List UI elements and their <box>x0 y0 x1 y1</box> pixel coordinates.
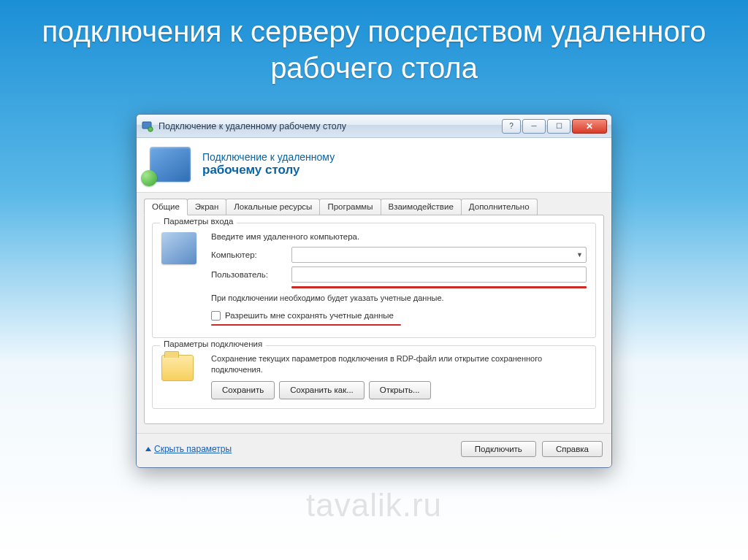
header-line1: Подключение к удаленному <box>202 151 335 163</box>
close-button[interactable]: ✕ <box>572 119 607 134</box>
annotation-underline-checkbox <box>211 324 401 326</box>
user-input[interactable] <box>291 266 587 283</box>
tab-local-resources[interactable]: Локальные ресурсы <box>226 199 320 215</box>
tab-advanced[interactable]: Дополнительно <box>461 199 538 215</box>
open-button[interactable]: Открыть... <box>369 381 431 399</box>
tab-experience[interactable]: Взаимодействие <box>381 199 462 215</box>
header-line2: рабочему столу <box>202 163 335 177</box>
save-credentials-checkbox[interactable] <box>211 311 221 321</box>
save-credentials-label: Разрешить мне сохранять учетные данные <box>225 310 394 322</box>
header-band: Подключение к удаленному рабочему столу <box>137 138 611 193</box>
save-as-button[interactable]: Сохранить как... <box>279 381 365 399</box>
rdp-logo-icon <box>150 147 191 182</box>
tab-programs[interactable]: Программы <box>319 199 381 215</box>
rdp-window: Подключение к удаленному рабочему столу … <box>136 114 612 468</box>
window-title: Подключение к удаленному рабочему столу <box>159 121 500 131</box>
login-legend: Параметры входа <box>160 217 237 226</box>
tabs-row: Общие Экран Локальные ресурсы Программы … <box>144 199 604 215</box>
annotation-underline-user <box>291 286 587 288</box>
user-label: Пользователь: <box>211 269 291 281</box>
tab-display[interactable]: Экран <box>187 199 226 215</box>
computer-combobox[interactable]: ▼ <box>291 247 587 263</box>
tab-general[interactable]: Общие <box>144 199 188 215</box>
login-instruction: Введите имя удаленного компьютера. <box>211 231 587 243</box>
svg-point-1 <box>148 126 153 131</box>
computer-label: Компьютер: <box>211 249 291 261</box>
watermark: tavalik.ru <box>306 487 442 523</box>
help-button[interactable]: ? <box>502 119 521 134</box>
connection-desc: Сохранение текущих параметров подключени… <box>211 353 587 375</box>
credentials-note: При подключении необходимо будет указать… <box>211 293 587 304</box>
connect-button[interactable]: Подключить <box>461 441 536 457</box>
save-button[interactable]: Сохранить <box>211 381 275 399</box>
maximize-button[interactable]: ☐ <box>547 119 570 134</box>
arrow-up-icon <box>145 447 151 451</box>
app-icon <box>141 120 154 133</box>
chevron-down-icon: ▼ <box>576 250 583 261</box>
hide-options-link[interactable]: Скрыть параметры <box>145 444 232 454</box>
connection-legend: Параметры подключения <box>160 340 266 348</box>
tab-body-general: Параметры входа Введите имя удаленного к… <box>144 215 604 424</box>
connection-group: Параметры подключения Сохранение текущих… <box>152 345 596 409</box>
slide-title: подключения к серверу посредством удален… <box>0 0 748 93</box>
footer: Скрыть параметры Подключить Справка <box>137 433 611 467</box>
folder-icon <box>161 355 194 381</box>
help-footer-button[interactable]: Справка <box>542 441 603 457</box>
minimize-button[interactable]: ─ <box>522 119 546 134</box>
titlebar[interactable]: Подключение к удаленному рабочему столу … <box>137 115 611 138</box>
login-group: Параметры входа Введите имя удаленного к… <box>152 223 596 338</box>
computer-icon <box>161 232 196 264</box>
